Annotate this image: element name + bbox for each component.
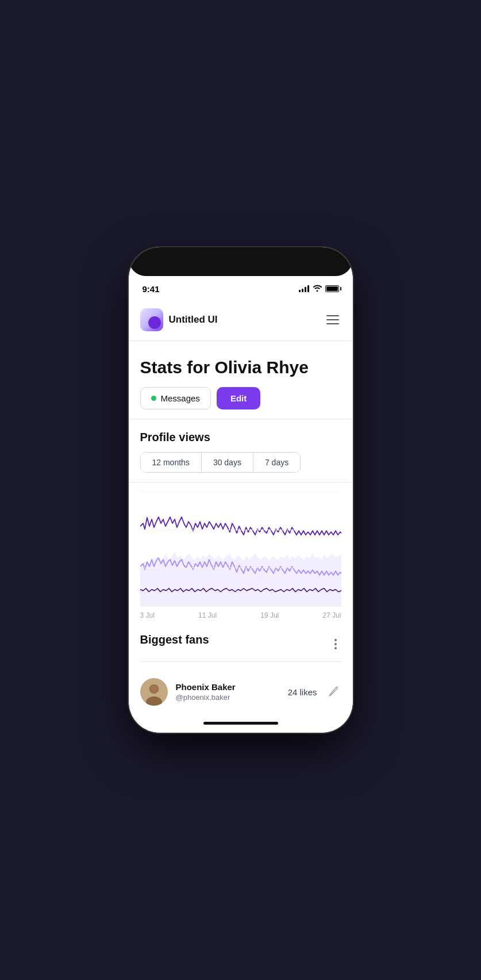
biggest-fans-header: Biggest fans bbox=[140, 633, 341, 654]
edit-label: Edit bbox=[230, 393, 247, 403]
chart-area bbox=[140, 492, 341, 607]
menu-button[interactable] bbox=[324, 313, 341, 327]
dot-3 bbox=[334, 647, 337, 649]
messages-label: Messages bbox=[161, 393, 200, 403]
x-label-2: 11 Jul bbox=[198, 611, 217, 619]
edit-fan-button[interactable] bbox=[325, 684, 341, 700]
fan-row: Phoenix Baker @phoenix.baker 24 likes bbox=[140, 671, 341, 713]
more-options-button[interactable] bbox=[330, 637, 341, 652]
edit-button[interactable]: Edit bbox=[217, 387, 260, 409]
fan-avatar bbox=[140, 678, 168, 706]
x-axis: 3 Jul 11 Jul 19 Jul 27 Jul bbox=[140, 607, 341, 619]
scroll-content[interactable]: Untitled UI Stats for Olivia Rhye Messag… bbox=[129, 301, 353, 713]
avatar-image bbox=[140, 678, 168, 706]
biggest-fans-section: Biggest fans bbox=[129, 619, 353, 713]
messages-button[interactable]: Messages bbox=[140, 387, 211, 409]
app-name: Untitled UI bbox=[169, 314, 218, 326]
home-indicator bbox=[129, 713, 353, 733]
notch-area bbox=[129, 247, 353, 276]
fan-handle: @phoenix.baker bbox=[176, 693, 280, 702]
chart-top-divider bbox=[129, 482, 353, 483]
app-header: Untitled UI bbox=[129, 301, 353, 340]
online-indicator bbox=[151, 396, 156, 401]
grid-line-2 bbox=[140, 530, 341, 530]
chart-line-primary bbox=[140, 517, 341, 535]
status-bar: 9:41 bbox=[129, 276, 353, 301]
period-tabs: 12 months 30 days 7 days bbox=[140, 452, 301, 473]
fan-likes: 24 likes bbox=[288, 687, 317, 697]
logo-circle bbox=[148, 316, 161, 329]
phone-shell: 9:41 bbox=[129, 247, 353, 733]
fan-name: Phoenix Baker bbox=[176, 682, 280, 692]
profile-views-title: Profile views bbox=[140, 431, 341, 444]
hamburger-line-1 bbox=[326, 315, 339, 316]
app-logo-area: Untitled UI bbox=[140, 308, 218, 331]
action-buttons: Messages Edit bbox=[140, 387, 341, 409]
tab-30-days[interactable]: 30 days bbox=[202, 453, 253, 472]
fan-info: Phoenix Baker @phoenix.baker bbox=[176, 682, 280, 702]
chart-container: 3 Jul 11 Jul 19 Jul 27 Jul bbox=[129, 492, 353, 619]
chart-svg bbox=[140, 492, 341, 607]
biggest-fans-title: Biggest fans bbox=[140, 633, 209, 646]
page-title: Stats for Olivia Rhye bbox=[140, 357, 341, 378]
x-label-4: 27 Jul bbox=[322, 611, 341, 619]
tab-7-days[interactable]: 7 days bbox=[253, 453, 300, 472]
phone-screen: 9:41 bbox=[129, 247, 353, 733]
app-logo-icon bbox=[140, 308, 163, 331]
dot-1 bbox=[334, 639, 337, 641]
hamburger-line-2 bbox=[326, 319, 339, 320]
notch bbox=[203, 247, 278, 265]
grid-line-1 bbox=[140, 492, 341, 492]
hamburger-line-3 bbox=[326, 323, 339, 324]
battery-fill bbox=[326, 286, 338, 291]
signal-icon bbox=[299, 285, 309, 292]
dot-2 bbox=[334, 643, 337, 645]
page-title-area: Stats for Olivia Rhye Messages Edit bbox=[129, 341, 353, 419]
fan-divider bbox=[140, 661, 341, 662]
x-label-1: 3 Jul bbox=[140, 611, 155, 619]
tab-12-months[interactable]: 12 months bbox=[141, 453, 202, 472]
x-label-3: 19 Jul bbox=[260, 611, 279, 619]
grid-line-3 bbox=[140, 568, 341, 568]
status-time: 9:41 bbox=[143, 284, 160, 294]
pen-icon bbox=[328, 686, 339, 698]
status-icons bbox=[299, 285, 339, 293]
grid-line-4 bbox=[140, 606, 341, 606]
svg-point-3 bbox=[150, 685, 158, 693]
profile-views-section: Profile views 12 months 30 days 7 days bbox=[129, 419, 353, 473]
wifi-icon bbox=[313, 285, 322, 293]
battery-icon bbox=[325, 285, 339, 292]
home-bar bbox=[203, 722, 278, 725]
